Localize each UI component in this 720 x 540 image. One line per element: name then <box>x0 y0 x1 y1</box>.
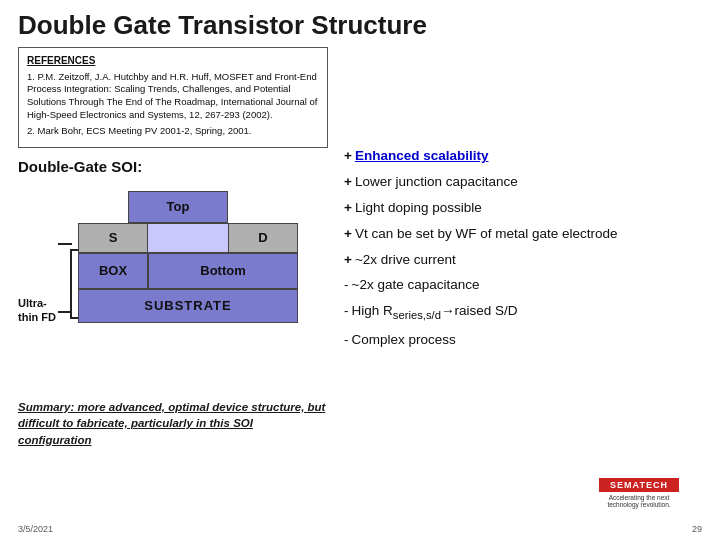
transistor-structure: Top S D BOX Bottom SUBSTRATE <box>78 191 298 323</box>
footer: 3/5/2021 29 SEMATECH Accelerating the ne… <box>18 524 702 534</box>
sematech-name: SEMATECH <box>599 478 679 492</box>
bottom-gate: Bottom <box>148 253 298 289</box>
source-region: S <box>78 223 148 253</box>
feature-drive-current: + ~2x drive current <box>344 251 702 270</box>
feature-lower-junction: + Lower junction capacitance <box>344 173 702 192</box>
reference-2: 2. Mark Bohr, ECS Meeting PV 2001-2, Spr… <box>27 125 319 138</box>
footer-date: 3/5/2021 <box>18 524 53 534</box>
references-title: REFERENCES <box>27 54 319 68</box>
summary-text: Summary: more advanced, optimal device s… <box>18 399 328 449</box>
box-bottom-row: BOX Bottom <box>78 253 298 289</box>
feature-light-doping: + Light doping possible <box>344 199 702 218</box>
ultrathin-label: Ultra-thin FD <box>18 296 56 325</box>
footer-page: 29 <box>692 524 702 534</box>
feature-enhanced-scalability: + Enhanced scalability <box>344 147 702 166</box>
transistor-diagram: Ultra-thin FD Top S D <box>18 181 308 391</box>
feature-vt: + Vt can be set by WF of metal gate elec… <box>344 225 702 244</box>
top-gate: Top <box>128 191 228 223</box>
page-title: Double Gate Transistor Structure <box>0 0 720 47</box>
feature-gate-capacitance: - ~2x gate capacitance <box>344 276 702 295</box>
feature-series-resistance: - High Rseries,s/d→raised S/D <box>344 302 702 323</box>
features-list: + Enhanced scalability + Lower junction … <box>344 47 702 449</box>
feature-complex-process: - Complex process <box>344 331 702 350</box>
drain-region: D <box>228 223 298 253</box>
sd-row: S D <box>78 223 298 253</box>
sematech-logo: SEMATECH Accelerating the next technolog… <box>594 472 684 514</box>
reference-1: 1. P.M. Zeitzoff, J.A. Hutchby and H.R. … <box>27 71 319 122</box>
sematech-tagline: Accelerating the next technology revolut… <box>594 494 684 508</box>
channel-region <box>148 223 228 253</box>
substrate: SUBSTRATE <box>78 289 298 323</box>
soi-label: Double-Gate SOI: <box>18 158 328 175</box>
references-box: REFERENCES 1. P.M. Zeitzoff, J.A. Hutchb… <box>18 47 328 148</box>
box-label: BOX <box>78 253 148 289</box>
